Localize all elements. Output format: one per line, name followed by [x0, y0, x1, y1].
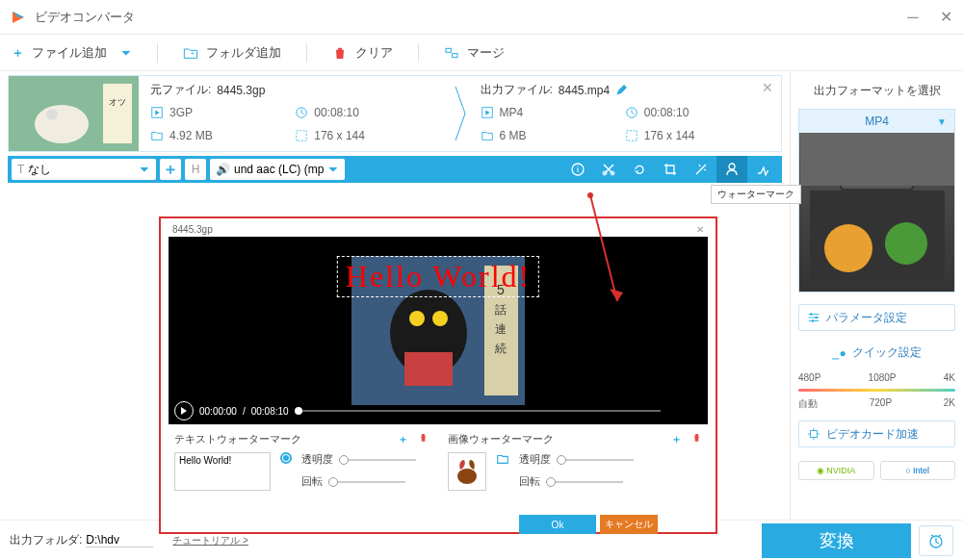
convert-button[interactable]: 変換 — [762, 523, 911, 558]
preview-seek-slider[interactable] — [295, 410, 661, 412]
watermark-cancel-button[interactable]: キャンセル — [600, 515, 658, 534]
intel-badge: ○Intel — [880, 461, 956, 480]
svg-marker-9 — [155, 110, 159, 115]
alarm-icon — [927, 532, 945, 549]
action-bar: T なし ⏷ ＋ H 🔊 und aac (LC) (mp ⏷ i ウォーターマ… — [8, 156, 782, 183]
svg-rect-15 — [627, 131, 638, 141]
folder-icon — [481, 129, 494, 142]
h-button[interactable]: H — [185, 159, 206, 180]
watermark-text-overlay[interactable]: Hello World! — [337, 256, 539, 297]
tutorial-link[interactable]: チュートリアル > — [172, 534, 248, 547]
quick-settings-label: ⎯● クイック設定 — [798, 344, 955, 361]
play-button[interactable] — [174, 401, 194, 420]
params-button[interactable]: パラメータ設定 — [798, 304, 955, 331]
opacity-label: 透明度 — [519, 452, 551, 467]
source-file-name: 8445.3gp — [217, 84, 265, 97]
watermark-tooltip: ウォーターマーク — [711, 185, 801, 204]
image-opacity-slider[interactable] — [557, 459, 634, 461]
text-watermark-radio[interactable] — [280, 452, 292, 464]
app-title: ビデオコンバータ — [35, 9, 905, 26]
svg-point-41 — [457, 469, 477, 484]
arrow-divider-icon — [452, 76, 469, 151]
svg-marker-13 — [485, 110, 489, 115]
svg-rect-34 — [404, 352, 453, 386]
source-file-label: 元ファイル: — [150, 82, 211, 98]
quality-slider[interactable] — [798, 389, 955, 392]
output-file-label: 出力ファイル: — [481, 82, 553, 98]
svg-point-32 — [409, 311, 425, 326]
text-opacity-slider[interactable] — [339, 459, 416, 461]
audio-track-select[interactable]: 🔊 und aac (LC) (mp ⏷ — [210, 159, 345, 180]
text-icon: T — [17, 163, 24, 176]
audio-tool-button[interactable] — [747, 156, 778, 183]
image-watermark-title: 画像ウォーターマーク — [448, 432, 554, 446]
add-file-button[interactable]: ＋ ファイル追加 ⏷ — [12, 44, 132, 62]
output-format-select[interactable]: MP4 ▼ — [799, 110, 954, 133]
watermark-ok-button[interactable]: Ok — [519, 515, 596, 534]
watermark-dialog-close[interactable]: ✕ — [696, 224, 704, 235]
delete-image-watermark-button[interactable] — [691, 432, 702, 446]
svg-point-20 — [729, 164, 735, 169]
chevron-down-icon: ▼ — [937, 116, 947, 127]
svg-text:続: 続 — [494, 342, 507, 355]
chevron-down-icon: ⏷ — [120, 46, 132, 60]
nvidia-badge: ◉NVIDIA — [798, 461, 874, 480]
watermark-dialog-filename: 8445.3gp — [172, 224, 213, 235]
trim-tool-button[interactable] — [593, 156, 624, 183]
text-rotation-slider[interactable] — [328, 481, 405, 483]
svg-rect-2 — [453, 53, 457, 57]
file-thumbnail: オツ — [9, 76, 139, 151]
svg-point-25 — [810, 313, 813, 316]
rotate-tool-button[interactable] — [624, 156, 655, 183]
clear-button[interactable]: クリア — [332, 44, 393, 62]
svg-marker-40 — [181, 407, 187, 415]
add-image-watermark-button[interactable]: ＋ — [671, 432, 682, 446]
chip-icon — [807, 427, 820, 441]
svg-text:連: 連 — [495, 322, 507, 336]
svg-text:オツ: オツ — [109, 97, 126, 107]
svg-text:i: i — [577, 165, 579, 174]
clock-icon — [295, 106, 308, 119]
preview-time-total: 00:08:10 — [251, 406, 289, 417]
format-preview: MP4 — [799, 133, 954, 292]
delete-text-watermark-button[interactable] — [418, 432, 429, 446]
hw-accel-button[interactable]: ビデオカード加速 — [798, 420, 955, 447]
subtitle-select[interactable]: T なし ⏷ — [12, 159, 156, 180]
output-folder-input[interactable] — [86, 533, 153, 547]
browse-image-button[interactable] — [496, 452, 509, 466]
speaker-icon: 🔊 — [216, 163, 230, 176]
minimize-button[interactable]: ─ — [905, 10, 921, 25]
merge-button[interactable]: マージ — [444, 44, 505, 62]
add-subtitle-button[interactable]: ＋ — [160, 159, 181, 180]
watermark-tool-button[interactable]: ウォーターマーク — [716, 156, 747, 183]
image-rotation-slider[interactable] — [546, 481, 623, 483]
svg-text:話: 話 — [495, 303, 507, 317]
resolution-icon — [295, 129, 308, 142]
svg-rect-24 — [800, 133, 954, 186]
svg-rect-11 — [297, 131, 307, 141]
effects-tool-button[interactable] — [686, 156, 716, 183]
rotation-label: 回転 — [301, 474, 323, 489]
rotation-label: 回転 — [519, 474, 540, 489]
app-logo-icon — [10, 9, 27, 26]
watermark-dialog: 8445.3gp ✕ 5話連続 Hello World! 00:00:00 / … — [159, 216, 717, 534]
svg-point-27 — [812, 319, 815, 322]
image-watermark-thumb — [448, 452, 486, 491]
folder-plus-icon: + — [183, 45, 198, 61]
resolution-icon — [625, 129, 638, 142]
chevron-down-icon: ⏷ — [327, 163, 339, 176]
svg-rect-1 — [446, 48, 451, 52]
timer-button[interactable] — [919, 525, 953, 556]
crop-tool-button[interactable] — [655, 156, 686, 183]
clock-icon — [625, 106, 638, 119]
sidebar-title: 出力フォーマットを選択 — [798, 79, 955, 103]
add-folder-button[interactable]: + フォルダ追加 — [183, 44, 281, 62]
output-folder-label: 出力フォルダ: — [10, 532, 82, 548]
close-button[interactable]: ✕ — [938, 10, 953, 25]
svg-rect-6 — [103, 84, 132, 143]
watermark-text-input[interactable] — [174, 452, 271, 491]
add-text-watermark-button[interactable]: ＋ — [398, 432, 408, 446]
remove-file-button[interactable]: ✕ — [762, 80, 773, 95]
info-tool-button[interactable]: i — [562, 156, 593, 183]
edit-icon[interactable] — [615, 85, 627, 96]
